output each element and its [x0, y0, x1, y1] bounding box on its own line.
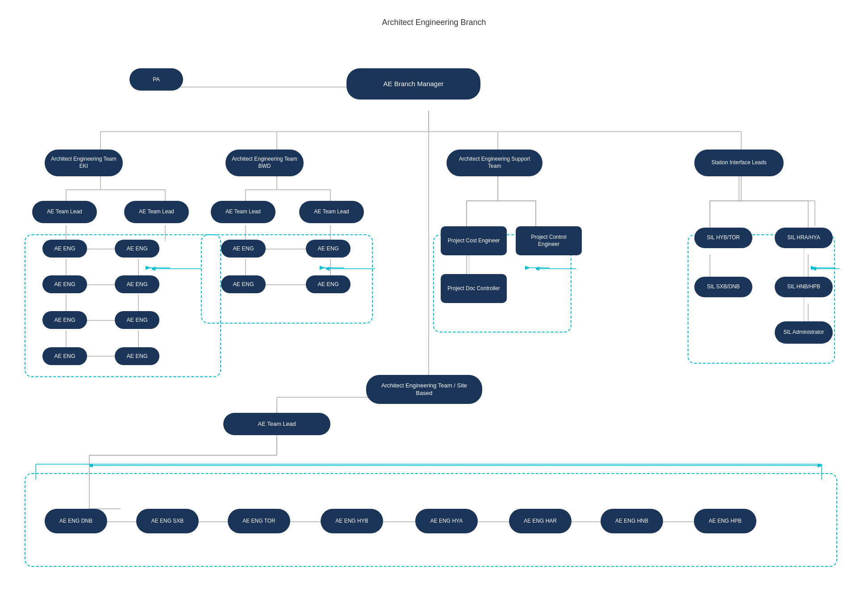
project-doc-controller-node: Project Doc Controller — [441, 274, 507, 303]
ae-eng-dnb-node: AE ENG DNB — [45, 509, 107, 533]
ae-team-site-based-node: Architect Engineering Team / Site Based — [366, 375, 482, 404]
sil-cyan-arrow — [813, 264, 839, 273]
ae-eng-bwd-r1c2: AE ENG — [306, 240, 351, 258]
ae-eng-eki-r4c1: AE ENG — [42, 347, 87, 365]
ae-team-lead-bwd-b: AE Team Lead — [299, 201, 364, 223]
ae-team-lead-eki-a: AE Team Lead — [32, 201, 97, 223]
ae-branch-manager-node: AE Branch Manager — [346, 68, 480, 100]
ae-eng-eki-r3c2: AE ENG — [115, 311, 159, 329]
ae-eng-hyb-node: AE ENG HYB — [321, 509, 383, 533]
ae-eng-hya-node: AE ENG HYA — [415, 509, 478, 533]
ae-team-eki-node: Architect Engineering Team EKI — [45, 150, 123, 176]
sil-admin-node: SIL Administrator — [775, 321, 833, 344]
branch-to-site-connector — [428, 111, 430, 376]
ae-team-lead-site-node: AE Team Lead — [223, 413, 330, 435]
sil-hra-hya-node: SIL HRA/HYA — [775, 228, 833, 248]
ae-eng-tor-node: AE ENG TOR — [228, 509, 290, 533]
doc-ctrl-connector — [469, 255, 470, 275]
lead-to-row-connector — [89, 435, 279, 511]
page-container: Architect Engineering Branch PA AE Branc… — [0, 0, 868, 607]
station-interface-node: Station Interface Leads — [694, 150, 784, 176]
ae-team-lead-bwd-a: AE Team Lead — [211, 201, 275, 223]
project-cost-engineer-node: Project Cost Engineer — [441, 226, 507, 255]
ae-eng-eki-r2c2: AE ENG — [115, 275, 159, 293]
ae-eng-bwd-r2c1: AE ENG — [221, 275, 266, 293]
ae-eng-bwd-r1c1: AE ENG — [221, 240, 266, 258]
site-box-arrows — [89, 461, 826, 470]
ae-eng-har-node: AE ENG HAR — [509, 509, 572, 533]
ae-eng-eki-r2c1: AE ENG — [42, 275, 87, 293]
support-cyan-arrow — [536, 264, 576, 273]
ae-team-bwd-node: Architect Engineering Team BWD — [225, 150, 304, 176]
bwd-cyan-arrow — [326, 264, 375, 273]
sil-hyb-tor-node: SIL HYB/TOR — [694, 228, 752, 248]
project-control-engineer-node: Project Control Engineer — [516, 226, 582, 255]
pa-node: PA — [129, 68, 183, 91]
sil-hnb-hpb-node: SIL HNB/HPB — [775, 277, 833, 297]
eki-cyan-arrow — [152, 264, 201, 273]
ae-eng-bwd-r2c2: AE ENG — [306, 275, 351, 293]
sil-sxb-dnb-node: SIL SXB/DNB — [694, 277, 752, 297]
ae-eng-eki-r3c1: AE ENG — [42, 311, 87, 329]
ae-eng-eki-r4c2: AE ENG — [115, 347, 159, 365]
sil-sub-connectors — [694, 176, 837, 230]
ae-eng-sxb-node: AE ENG SXB — [136, 509, 199, 533]
ae-team-lead-eki-b: AE Team Lead — [124, 201, 189, 223]
support-sub-connectors — [447, 176, 594, 230]
ae-eng-eki-r1c1: AE ENG — [42, 240, 87, 258]
ae-support-node: Architect Engineering Support Team — [447, 150, 542, 176]
ae-eng-hpb-node: AE ENG HPB — [694, 509, 756, 533]
station-interface-box — [688, 234, 835, 364]
sil-connector — [775, 248, 776, 277]
ae-eng-hnb-node: AE ENG HNB — [601, 509, 663, 533]
ae-eng-eki-r1c2: AE ENG — [115, 240, 159, 258]
